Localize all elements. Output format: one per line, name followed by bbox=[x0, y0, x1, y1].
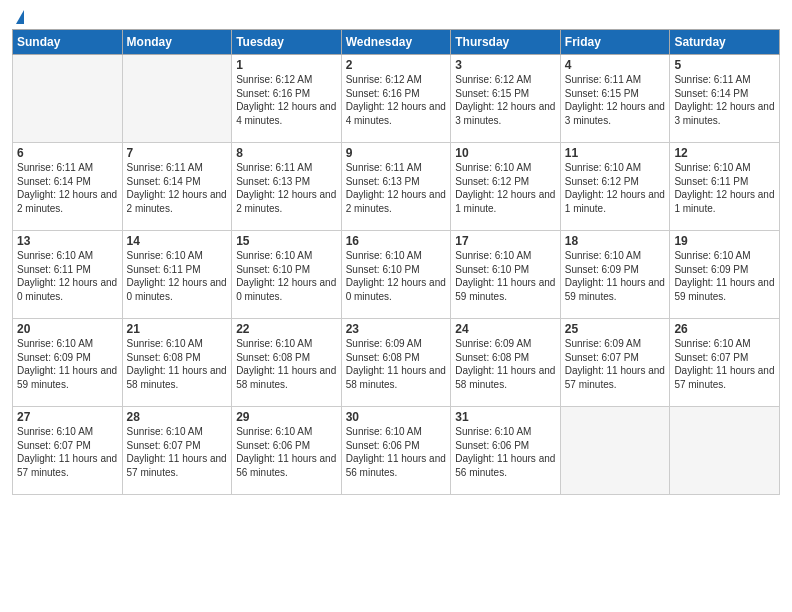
day-number: 4 bbox=[565, 58, 666, 72]
day-info: Sunrise: 6:10 AMSunset: 6:10 PMDaylight:… bbox=[236, 249, 337, 303]
calendar-cell: 10Sunrise: 6:10 AMSunset: 6:12 PMDayligh… bbox=[451, 143, 561, 231]
calendar-cell: 19Sunrise: 6:10 AMSunset: 6:09 PMDayligh… bbox=[670, 231, 780, 319]
day-info: Sunrise: 6:11 AMSunset: 6:14 PMDaylight:… bbox=[17, 161, 118, 215]
day-number: 17 bbox=[455, 234, 556, 248]
day-number: 26 bbox=[674, 322, 775, 336]
weekday-header-monday: Monday bbox=[122, 30, 232, 55]
calendar-cell: 22Sunrise: 6:10 AMSunset: 6:08 PMDayligh… bbox=[232, 319, 342, 407]
day-number: 12 bbox=[674, 146, 775, 160]
calendar-cell: 24Sunrise: 6:09 AMSunset: 6:08 PMDayligh… bbox=[451, 319, 561, 407]
calendar-cell: 13Sunrise: 6:10 AMSunset: 6:11 PMDayligh… bbox=[13, 231, 123, 319]
day-info: Sunrise: 6:09 AMSunset: 6:08 PMDaylight:… bbox=[346, 337, 447, 391]
header bbox=[12, 10, 780, 21]
day-info: Sunrise: 6:10 AMSunset: 6:10 PMDaylight:… bbox=[455, 249, 556, 303]
calendar-week-row: 1Sunrise: 6:12 AMSunset: 6:16 PMDaylight… bbox=[13, 55, 780, 143]
calendar-cell: 20Sunrise: 6:10 AMSunset: 6:09 PMDayligh… bbox=[13, 319, 123, 407]
day-info: Sunrise: 6:11 AMSunset: 6:15 PMDaylight:… bbox=[565, 73, 666, 127]
calendar-cell: 29Sunrise: 6:10 AMSunset: 6:06 PMDayligh… bbox=[232, 407, 342, 495]
logo bbox=[12, 10, 24, 21]
calendar-cell: 7Sunrise: 6:11 AMSunset: 6:14 PMDaylight… bbox=[122, 143, 232, 231]
day-info: Sunrise: 6:10 AMSunset: 6:11 PMDaylight:… bbox=[674, 161, 775, 215]
calendar-cell: 6Sunrise: 6:11 AMSunset: 6:14 PMDaylight… bbox=[13, 143, 123, 231]
calendar-cell: 30Sunrise: 6:10 AMSunset: 6:06 PMDayligh… bbox=[341, 407, 451, 495]
calendar-cell bbox=[122, 55, 232, 143]
calendar-cell: 17Sunrise: 6:10 AMSunset: 6:10 PMDayligh… bbox=[451, 231, 561, 319]
day-info: Sunrise: 6:10 AMSunset: 6:07 PMDaylight:… bbox=[17, 425, 118, 479]
calendar-cell: 14Sunrise: 6:10 AMSunset: 6:11 PMDayligh… bbox=[122, 231, 232, 319]
weekday-header-wednesday: Wednesday bbox=[341, 30, 451, 55]
calendar-week-row: 6Sunrise: 6:11 AMSunset: 6:14 PMDaylight… bbox=[13, 143, 780, 231]
day-number: 25 bbox=[565, 322, 666, 336]
calendar-cell: 3Sunrise: 6:12 AMSunset: 6:15 PMDaylight… bbox=[451, 55, 561, 143]
calendar-cell: 15Sunrise: 6:10 AMSunset: 6:10 PMDayligh… bbox=[232, 231, 342, 319]
day-info: Sunrise: 6:10 AMSunset: 6:12 PMDaylight:… bbox=[565, 161, 666, 215]
logo-triangle-icon bbox=[16, 10, 24, 24]
calendar-cell: 21Sunrise: 6:10 AMSunset: 6:08 PMDayligh… bbox=[122, 319, 232, 407]
day-number: 14 bbox=[127, 234, 228, 248]
day-number: 11 bbox=[565, 146, 666, 160]
day-number: 8 bbox=[236, 146, 337, 160]
calendar-cell: 12Sunrise: 6:10 AMSunset: 6:11 PMDayligh… bbox=[670, 143, 780, 231]
calendar-cell: 2Sunrise: 6:12 AMSunset: 6:16 PMDaylight… bbox=[341, 55, 451, 143]
calendar-cell: 16Sunrise: 6:10 AMSunset: 6:10 PMDayligh… bbox=[341, 231, 451, 319]
day-number: 18 bbox=[565, 234, 666, 248]
calendar-cell: 25Sunrise: 6:09 AMSunset: 6:07 PMDayligh… bbox=[560, 319, 670, 407]
day-number: 13 bbox=[17, 234, 118, 248]
day-info: Sunrise: 6:10 AMSunset: 6:07 PMDaylight:… bbox=[674, 337, 775, 391]
weekday-header-sunday: Sunday bbox=[13, 30, 123, 55]
day-number: 22 bbox=[236, 322, 337, 336]
day-number: 1 bbox=[236, 58, 337, 72]
calendar-cell bbox=[560, 407, 670, 495]
day-number: 23 bbox=[346, 322, 447, 336]
day-info: Sunrise: 6:10 AMSunset: 6:09 PMDaylight:… bbox=[565, 249, 666, 303]
calendar-cell: 4Sunrise: 6:11 AMSunset: 6:15 PMDaylight… bbox=[560, 55, 670, 143]
day-info: Sunrise: 6:10 AMSunset: 6:11 PMDaylight:… bbox=[17, 249, 118, 303]
day-info: Sunrise: 6:10 AMSunset: 6:09 PMDaylight:… bbox=[17, 337, 118, 391]
calendar-cell: 18Sunrise: 6:10 AMSunset: 6:09 PMDayligh… bbox=[560, 231, 670, 319]
calendar-cell: 11Sunrise: 6:10 AMSunset: 6:12 PMDayligh… bbox=[560, 143, 670, 231]
day-info: Sunrise: 6:12 AMSunset: 6:15 PMDaylight:… bbox=[455, 73, 556, 127]
calendar-cell bbox=[670, 407, 780, 495]
day-number: 30 bbox=[346, 410, 447, 424]
calendar-cell: 27Sunrise: 6:10 AMSunset: 6:07 PMDayligh… bbox=[13, 407, 123, 495]
weekday-header-saturday: Saturday bbox=[670, 30, 780, 55]
day-number: 29 bbox=[236, 410, 337, 424]
day-info: Sunrise: 6:09 AMSunset: 6:08 PMDaylight:… bbox=[455, 337, 556, 391]
day-info: Sunrise: 6:09 AMSunset: 6:07 PMDaylight:… bbox=[565, 337, 666, 391]
day-number: 2 bbox=[346, 58, 447, 72]
day-info: Sunrise: 6:11 AMSunset: 6:14 PMDaylight:… bbox=[127, 161, 228, 215]
day-number: 31 bbox=[455, 410, 556, 424]
weekday-header-thursday: Thursday bbox=[451, 30, 561, 55]
day-number: 24 bbox=[455, 322, 556, 336]
day-info: Sunrise: 6:10 AMSunset: 6:09 PMDaylight:… bbox=[674, 249, 775, 303]
day-info: Sunrise: 6:12 AMSunset: 6:16 PMDaylight:… bbox=[236, 73, 337, 127]
calendar-week-row: 20Sunrise: 6:10 AMSunset: 6:09 PMDayligh… bbox=[13, 319, 780, 407]
weekday-header-friday: Friday bbox=[560, 30, 670, 55]
day-number: 3 bbox=[455, 58, 556, 72]
day-info: Sunrise: 6:12 AMSunset: 6:16 PMDaylight:… bbox=[346, 73, 447, 127]
day-number: 15 bbox=[236, 234, 337, 248]
calendar-cell: 8Sunrise: 6:11 AMSunset: 6:13 PMDaylight… bbox=[232, 143, 342, 231]
calendar-cell: 5Sunrise: 6:11 AMSunset: 6:14 PMDaylight… bbox=[670, 55, 780, 143]
day-info: Sunrise: 6:10 AMSunset: 6:10 PMDaylight:… bbox=[346, 249, 447, 303]
day-number: 19 bbox=[674, 234, 775, 248]
day-info: Sunrise: 6:10 AMSunset: 6:08 PMDaylight:… bbox=[236, 337, 337, 391]
calendar-cell: 26Sunrise: 6:10 AMSunset: 6:07 PMDayligh… bbox=[670, 319, 780, 407]
day-info: Sunrise: 6:10 AMSunset: 6:06 PMDaylight:… bbox=[236, 425, 337, 479]
day-info: Sunrise: 6:10 AMSunset: 6:06 PMDaylight:… bbox=[455, 425, 556, 479]
day-number: 6 bbox=[17, 146, 118, 160]
day-info: Sunrise: 6:10 AMSunset: 6:07 PMDaylight:… bbox=[127, 425, 228, 479]
day-info: Sunrise: 6:10 AMSunset: 6:06 PMDaylight:… bbox=[346, 425, 447, 479]
day-number: 7 bbox=[127, 146, 228, 160]
page: SundayMondayTuesdayWednesdayThursdayFrid… bbox=[0, 0, 792, 612]
calendar-cell: 9Sunrise: 6:11 AMSunset: 6:13 PMDaylight… bbox=[341, 143, 451, 231]
weekday-header-row: SundayMondayTuesdayWednesdayThursdayFrid… bbox=[13, 30, 780, 55]
day-number: 27 bbox=[17, 410, 118, 424]
day-number: 21 bbox=[127, 322, 228, 336]
weekday-header-tuesday: Tuesday bbox=[232, 30, 342, 55]
day-info: Sunrise: 6:10 AMSunset: 6:08 PMDaylight:… bbox=[127, 337, 228, 391]
calendar-cell: 28Sunrise: 6:10 AMSunset: 6:07 PMDayligh… bbox=[122, 407, 232, 495]
day-info: Sunrise: 6:11 AMSunset: 6:13 PMDaylight:… bbox=[236, 161, 337, 215]
calendar-table: SundayMondayTuesdayWednesdayThursdayFrid… bbox=[12, 29, 780, 495]
day-info: Sunrise: 6:11 AMSunset: 6:14 PMDaylight:… bbox=[674, 73, 775, 127]
